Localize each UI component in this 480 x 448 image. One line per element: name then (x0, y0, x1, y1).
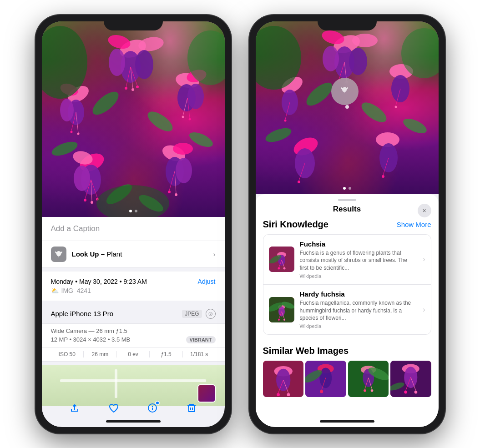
info-button[interactable] (144, 400, 161, 416)
similar-section: Similar Web Images (256, 340, 439, 397)
fuchsia-name: Fuchsia (300, 240, 418, 248)
svg-point-116 (287, 393, 290, 397)
exif-iso: ISO 50 (51, 351, 84, 357)
similar-image-4[interactable] (390, 361, 431, 397)
fuchsia-content: Fuchsia Fuchsia is a genus of flowering … (300, 240, 418, 279)
fuchsia-chevron-icon: › (423, 255, 425, 263)
svg-point-99 (283, 267, 285, 270)
siri-knowledge-section: Siri Knowledge Show More (256, 219, 439, 341)
svg-point-82 (298, 181, 300, 183)
svg-point-66 (349, 48, 367, 75)
results-title: Results (333, 205, 361, 214)
visual-look-overlay[interactable] (331, 78, 363, 110)
fuchsia-description: Fuchsia is a genus of flowering plants t… (300, 249, 418, 272)
knowledge-item-fuchsia[interactable]: Fuchsia Fuchsia is a genus of flowering … (263, 235, 431, 285)
exif-aperture: ƒ1.5 (150, 351, 183, 357)
camera-specs: 12 MP • 3024 × 4032 • 3.5 MB (51, 336, 131, 343)
hardy-content: Hardy fuchsia Fuchsia magellanica, commo… (300, 290, 418, 329)
right-notch (318, 15, 377, 30)
exif-ev: 0 ev (117, 351, 150, 357)
similar-images (263, 361, 431, 397)
device-section: Apple iPhone 13 Pro JPEG ◎ Wide Camera —… (42, 304, 225, 362)
knowledge-item-hardy-fuchsia[interactable]: Hardy fuchsia Fuchsia magellanica, commo… (263, 285, 431, 334)
hardy-description: Fuchsia magellanica, commonly known as t… (300, 299, 418, 322)
svg-point-23 (187, 84, 204, 109)
lookup-row[interactable]: Look Up – Plant › (42, 241, 225, 268)
svg-point-74 (284, 119, 286, 121)
camera-type: Wide Camera — 26 mm ƒ1.5 (51, 327, 216, 334)
svg-point-5 (135, 50, 153, 79)
section-header: Siri Knowledge Show More (263, 219, 431, 230)
location-icon: ◎ (206, 309, 216, 319)
svg-point-35 (84, 199, 86, 201)
photo-dots (129, 210, 137, 212)
caption-field[interactable]: Add a Caption (42, 217, 225, 241)
right-screen: Results × Siri Knowledge Show More (256, 21, 439, 427)
hardy-thumbnail (269, 297, 294, 322)
svg-point-19 (77, 132, 79, 135)
similar-title: Similar Web Images (263, 346, 431, 356)
exif-shutter: 1/181 s (183, 351, 216, 357)
meta-section: Monday • May 30, 2022 • 9:23 AM Adjust ⛅… (42, 272, 225, 301)
svg-point-89 (263, 125, 293, 145)
similar-image-1[interactable] (263, 361, 304, 397)
svg-point-18 (70, 131, 72, 133)
svg-point-63 (352, 34, 378, 47)
home-bar (106, 420, 161, 423)
right-photo-area[interactable] (256, 21, 439, 194)
adjust-button[interactable]: Adjust (198, 278, 216, 285)
svg-point-10 (131, 88, 134, 91)
svg-point-137 (414, 391, 418, 394)
results-header: Results × (256, 201, 439, 219)
svg-point-44 (168, 191, 171, 193)
hardy-chevron-icon: › (423, 306, 425, 314)
device-name: Apple iPhone 13 Pro (51, 310, 114, 317)
svg-point-88 (358, 99, 389, 126)
svg-point-11 (136, 86, 139, 88)
right-photo-dots (343, 187, 351, 190)
svg-point-15 (60, 99, 74, 121)
notch (104, 15, 163, 30)
results-close-button[interactable]: × (418, 204, 431, 217)
fuchsia-thumbnail (269, 247, 294, 272)
info-badge (155, 401, 160, 405)
photo-area[interactable] (42, 21, 225, 217)
svg-point-47 (144, 108, 175, 135)
show-more-button[interactable]: Show More (397, 221, 431, 228)
caption-placeholder: Add a Caption (51, 224, 100, 233)
svg-point-36 (91, 201, 93, 204)
similar-image-2[interactable] (305, 361, 346, 397)
camera-row: Wide Camera — 26 mm ƒ1.5 12 MP • 3024 × … (42, 324, 225, 347)
svg-point-78 (394, 106, 397, 108)
svg-point-9 (125, 87, 127, 90)
format-badge: JPEG (182, 310, 202, 318)
svg-point-106 (278, 319, 280, 321)
vibrant-badge: VIBRANT (186, 336, 216, 343)
svg-point-112 (276, 369, 290, 391)
svg-point-31 (74, 166, 90, 191)
meta-date: Monday • May 30, 2022 • 9:23 AM (51, 278, 147, 285)
svg-point-98 (278, 267, 280, 270)
toolbar (42, 400, 225, 416)
svg-point-121 (320, 390, 323, 393)
lookup-icon (51, 247, 66, 262)
svg-point-45 (175, 193, 177, 196)
right-home-bar (320, 420, 374, 423)
svg-point-128 (364, 389, 366, 392)
svg-point-26 (182, 116, 184, 118)
device-row: Apple iPhone 13 Pro JPEG ◎ (42, 304, 225, 324)
fuchsia-source: Wikipedia (300, 273, 418, 279)
share-button[interactable] (66, 400, 83, 416)
svg-point-4 (109, 49, 125, 76)
delete-button[interactable] (183, 400, 200, 416)
exif-focal: 26 mm (84, 351, 117, 357)
visual-look-circle (331, 78, 359, 105)
favorite-button[interactable] (106, 400, 122, 416)
results-panel: Results × Siri Knowledge Show More (256, 194, 439, 427)
similar-image-3[interactable] (348, 361, 389, 397)
svg-point-41 (176, 158, 192, 183)
exif-row: ISO 50 26 mm 0 ev ƒ1.5 1/181 s (42, 347, 225, 362)
meta-filename: IMG_4241 (61, 287, 91, 294)
left-screen: Add a Caption Look Up – Plant › Monday •… (42, 21, 225, 427)
device-badges: JPEG ◎ (182, 309, 215, 319)
